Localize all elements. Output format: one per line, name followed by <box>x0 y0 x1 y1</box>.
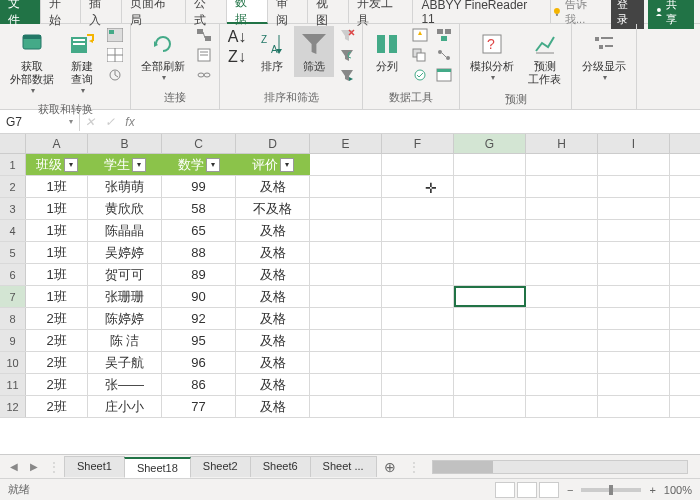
cell[interactable]: 陈婷婷 <box>88 308 162 329</box>
column-header-E[interactable]: E <box>310 134 382 153</box>
menu-tab-页面布局[interactable]: 页面布局 <box>122 0 186 24</box>
cell[interactable] <box>382 396 454 417</box>
cell[interactable]: 吴婷婷 <box>88 242 162 263</box>
cell[interactable]: 77 <box>162 396 236 417</box>
cell[interactable] <box>598 264 670 285</box>
cell[interactable]: 65 <box>162 220 236 241</box>
menu-tab-视图[interactable]: 视图 <box>308 0 349 24</box>
cell[interactable] <box>310 264 382 285</box>
cell[interactable]: 庄小小 <box>88 396 162 417</box>
fx-button[interactable]: fx <box>120 115 140 129</box>
row-header-9[interactable]: 9 <box>0 330 26 351</box>
table-header-cell[interactable]: 数学▾ <box>162 154 236 175</box>
cell[interactable] <box>310 286 382 307</box>
cell[interactable] <box>454 220 526 241</box>
cell[interactable]: 及格 <box>236 330 310 351</box>
cell[interactable] <box>382 374 454 395</box>
recent-sources-button[interactable] <box>104 66 126 84</box>
cell[interactable]: 88 <box>162 242 236 263</box>
sort-desc-button[interactable]: Z↓ <box>226 48 248 66</box>
cell[interactable]: 1班 <box>26 264 88 285</box>
clear-filter-button[interactable] <box>336 26 358 44</box>
cell[interactable] <box>382 264 454 285</box>
get-external-data-button[interactable]: 获取 外部数据▾ <box>4 26 60 100</box>
cell[interactable]: 1班 <box>26 242 88 263</box>
cell[interactable] <box>310 198 382 219</box>
zoom-out-button[interactable]: − <box>567 484 573 496</box>
cell[interactable] <box>598 330 670 351</box>
row-header-8[interactable]: 8 <box>0 308 26 329</box>
relationships-button[interactable] <box>433 46 455 64</box>
cell[interactable] <box>598 308 670 329</box>
cell[interactable] <box>382 286 454 307</box>
cell[interactable] <box>310 330 382 351</box>
cell[interactable] <box>598 220 670 241</box>
zoom-slider[interactable] <box>581 488 641 492</box>
cell[interactable]: 1班 <box>26 220 88 241</box>
sheet-nav-next[interactable]: ▶ <box>24 461 44 472</box>
column-header-I[interactable]: I <box>598 134 670 153</box>
sort-button[interactable]: ZA 排序 <box>252 26 292 77</box>
cell[interactable]: 58 <box>162 198 236 219</box>
menu-tab-开发工具[interactable]: 开发工具 <box>349 0 413 24</box>
cell[interactable]: 2班 <box>26 352 88 373</box>
cell[interactable]: 2班 <box>26 308 88 329</box>
column-header-D[interactable]: D <box>236 134 310 153</box>
filter-dropdown-icon[interactable]: ▾ <box>132 158 146 172</box>
select-all-corner[interactable] <box>0 134 26 153</box>
data-validation-button[interactable] <box>409 66 431 84</box>
cell[interactable]: 黄欣欣 <box>88 198 162 219</box>
edit-links-button[interactable] <box>193 66 215 84</box>
cell[interactable] <box>454 308 526 329</box>
cell[interactable] <box>454 396 526 417</box>
cell[interactable]: 张萌萌 <box>88 176 162 197</box>
from-table-button[interactable] <box>104 46 126 64</box>
cell[interactable] <box>454 176 526 197</box>
cell[interactable]: 86 <box>162 374 236 395</box>
cell[interactable]: 99 <box>162 176 236 197</box>
cell[interactable] <box>382 352 454 373</box>
advanced-filter-button[interactable]: ▸ <box>336 66 358 84</box>
cell[interactable] <box>310 396 382 417</box>
cell[interactable]: 张珊珊 <box>88 286 162 307</box>
cell[interactable]: 1班 <box>26 286 88 307</box>
cell[interactable]: 吴子航 <box>88 352 162 373</box>
cell[interactable] <box>598 154 670 175</box>
table-header-cell[interactable]: 学生▾ <box>88 154 162 175</box>
cell[interactable] <box>310 220 382 241</box>
cell[interactable] <box>526 396 598 417</box>
add-sheet-button[interactable]: ⊕ <box>376 459 404 475</box>
page-layout-view-button[interactable] <box>517 482 537 498</box>
menu-tab-公式[interactable]: 公式 <box>186 0 227 24</box>
table-header-cell[interactable]: 评价▾ <box>236 154 310 175</box>
cell[interactable] <box>598 374 670 395</box>
column-header-B[interactable]: B <box>88 134 162 153</box>
file-menu[interactable]: 文件 <box>0 0 41 24</box>
cell[interactable]: 及格 <box>236 374 310 395</box>
text-to-columns-button[interactable]: 分列 <box>367 26 407 77</box>
normal-view-button[interactable] <box>495 482 515 498</box>
table-header-cell[interactable]: 班级▾ <box>26 154 88 175</box>
filter-button[interactable]: 筛选 <box>294 26 334 77</box>
cell[interactable]: 及格 <box>236 396 310 417</box>
cell[interactable] <box>526 220 598 241</box>
sheet-nav-prev[interactable]: ◀ <box>4 461 24 472</box>
cell[interactable]: 2班 <box>26 330 88 351</box>
menu-tab-数据[interactable]: 数据 <box>227 0 268 24</box>
cell[interactable] <box>526 308 598 329</box>
reapply-button[interactable] <box>336 46 358 64</box>
row-header-12[interactable]: 12 <box>0 396 26 417</box>
spreadsheet-grid[interactable]: ABCDEFGHI 1班级▾学生▾数学▾评价▾21班张萌萌99及格31班黄欣欣5… <box>0 134 700 454</box>
column-header-F[interactable]: F <box>382 134 454 153</box>
filter-dropdown-icon[interactable]: ▾ <box>64 158 78 172</box>
column-header-H[interactable]: H <box>526 134 598 153</box>
cell[interactable]: 陈 洁 <box>88 330 162 351</box>
show-queries-button[interactable] <box>104 26 126 44</box>
what-if-button[interactable]: ? 模拟分析▾ <box>464 26 520 87</box>
menu-tab-审阅[interactable]: 审阅 <box>268 0 309 24</box>
cell[interactable]: 及格 <box>236 220 310 241</box>
cell[interactable] <box>526 154 598 175</box>
outline-button[interactable]: 分级显示▾ <box>576 26 632 87</box>
menu-tab-插入[interactable]: 插入 <box>81 0 122 24</box>
cell[interactable]: 及格 <box>236 242 310 263</box>
